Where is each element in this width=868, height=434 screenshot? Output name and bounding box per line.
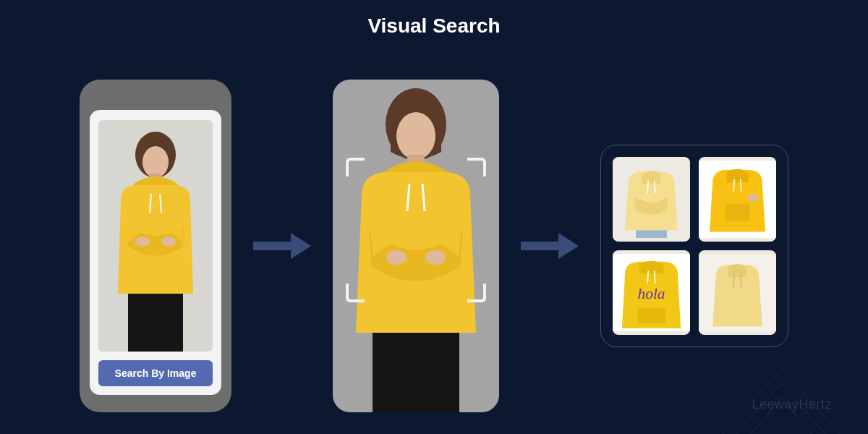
watermark-brand-b: Hertz — [799, 397, 832, 412]
corner-tr-icon — [467, 158, 486, 176]
svg-point-4 — [161, 237, 176, 247]
svg-rect-7 — [128, 294, 183, 352]
svg-point-9 — [396, 112, 435, 160]
svg-rect-19 — [636, 230, 667, 238]
svg-line-17 — [647, 181, 648, 193]
svg-line-22 — [741, 179, 741, 192]
corner-br-icon — [467, 284, 486, 302]
phone-frame: Search By Image — [80, 80, 231, 412]
svg-point-24 — [747, 194, 758, 202]
watermark: LeewayHertz — [752, 397, 832, 412]
svg-line-31 — [741, 274, 741, 288]
result-item[interactable] — [699, 250, 776, 335]
result-graphic-text: hola — [637, 285, 665, 302]
results-panel: hola — [600, 145, 788, 347]
svg-line-21 — [733, 179, 734, 192]
arrow-right-icon — [521, 231, 579, 260]
phone-card: Search By Image — [90, 110, 221, 395]
corner-bl-icon — [346, 284, 365, 302]
search-by-image-button[interactable]: Search By Image — [98, 360, 213, 386]
detection-bounding-box — [346, 158, 486, 302]
svg-point-1 — [142, 146, 169, 178]
detection-panel — [333, 80, 499, 412]
person-figure — [98, 127, 213, 352]
svg-point-3 — [135, 237, 150, 247]
query-image — [98, 120, 213, 352]
corner-tl-icon — [346, 158, 365, 176]
result-item[interactable]: hola — [613, 250, 690, 335]
svg-rect-23 — [725, 204, 749, 221]
page-title: Visual Search — [0, 14, 868, 38]
svg-line-27 — [655, 271, 655, 284]
diagram-stage: Search By Image — [0, 58, 868, 434]
svg-rect-15 — [373, 333, 459, 412]
result-item[interactable] — [699, 157, 776, 242]
svg-line-30 — [733, 274, 734, 288]
svg-rect-28 — [637, 308, 665, 323]
arrow-right-icon — [253, 231, 311, 260]
result-item[interactable] — [613, 157, 690, 242]
svg-line-26 — [647, 271, 648, 284]
svg-line-18 — [655, 181, 655, 193]
watermark-brand-a: Leeway — [752, 397, 799, 412]
